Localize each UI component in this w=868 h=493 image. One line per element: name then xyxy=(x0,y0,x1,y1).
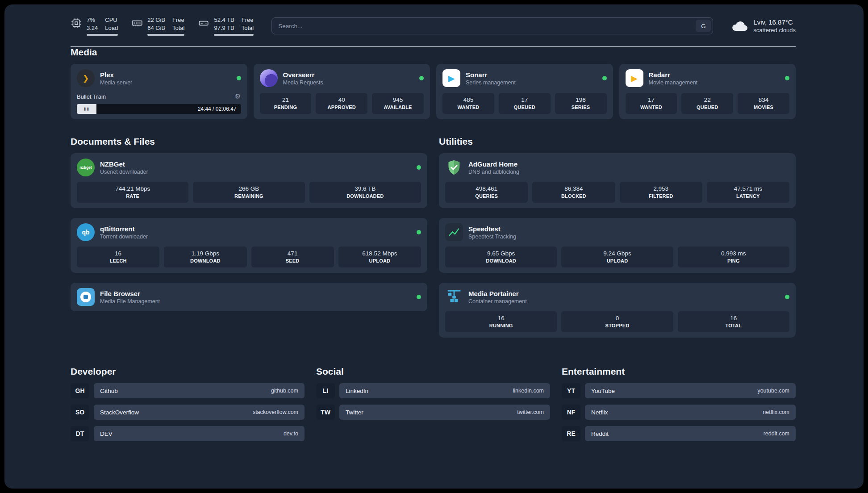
stat-wanted: 485 WANTED xyxy=(442,93,494,114)
stat-available: 945 AVAILABLE xyxy=(372,93,424,114)
stat-series: 196 SERIES xyxy=(555,93,607,114)
system-metrics: 7% 3.24 CPU Load xyxy=(71,16,254,36)
bookmark-twitter[interactable]: TW Twitter twitter.com xyxy=(316,405,550,420)
nzbget-glyph: nzbget xyxy=(79,165,92,170)
bookmark-github[interactable]: GH Github github.com xyxy=(71,383,305,398)
section-title-utilities: Utilities xyxy=(439,136,796,147)
app-subtitle: DNS and adblocking xyxy=(468,169,519,175)
stat-download: 1.19 Gbps DOWNLOAD xyxy=(164,246,246,267)
sonarr-icon: ▶ xyxy=(442,69,460,87)
bookmark-name: YouTube xyxy=(591,388,615,394)
cpu-load: 3.24 xyxy=(87,24,98,32)
bookmark-abbr: DT xyxy=(71,426,89,441)
app-card-plex[interactable]: ❯ Plex Media server Bullet Train ⚙ ❚❚ 24… xyxy=(71,64,247,119)
adguard-icon xyxy=(445,159,463,176)
cpu-label-2: Load xyxy=(105,24,118,32)
now-playing-title: Bullet Train xyxy=(77,93,106,100)
bookmark-linkedin[interactable]: LI LinkedIn linkedin.com xyxy=(316,383,550,398)
stat-latency: 47.571 ms LATENCY xyxy=(707,182,789,203)
app-subtitle: Series management xyxy=(466,79,516,86)
stat-running: 16 RUNNING xyxy=(445,311,557,332)
filebrowser-core xyxy=(83,295,88,299)
app-card-filebrowser[interactable]: File Browser Media File Management xyxy=(71,283,427,311)
section-title-entertainment: Entertainment xyxy=(562,366,796,377)
pause-icon[interactable]: ❚❚ xyxy=(83,107,90,111)
app-card-qbittorrent[interactable]: qb qBittorrent Torrent downloader 16 LEE… xyxy=(71,218,427,273)
app-subtitle: Media Requests xyxy=(283,79,323,86)
bookmark-stackoverflow[interactable]: SO StackOverflow stackoverflow.com xyxy=(71,405,305,420)
gear-icon[interactable]: ⚙ xyxy=(235,92,241,100)
section-title-social: Social xyxy=(316,366,550,377)
app-card-speedtest[interactable]: Speedtest Speedtest Tracking 9.65 Gbps D… xyxy=(439,218,796,273)
disk-usage-bar xyxy=(214,34,254,36)
bookmark-url: reddit.com xyxy=(764,430,789,437)
app-card-overseerr[interactable]: Overseerr Media Requests 21 PENDING 40 A… xyxy=(254,64,430,119)
weather-condition: scattered clouds xyxy=(753,27,796,33)
search-engine-button[interactable]: G xyxy=(696,20,711,32)
bookmark-abbr: GH xyxy=(71,383,89,398)
bookmark-url: stackoverflow.com xyxy=(253,409,298,415)
media-grid: ❯ Plex Media server Bullet Train ⚙ ❚❚ 24… xyxy=(71,64,796,119)
app-card-portainer[interactable]: Media Portainer Container management 16 … xyxy=(439,283,796,338)
status-dot xyxy=(237,76,241,80)
bookmark-youtube[interactable]: YT YouTube youtube.com xyxy=(562,383,796,398)
app-subtitle: Usenet downloader xyxy=(100,169,148,175)
stat-queued: 22 QUEUED xyxy=(681,93,733,114)
ram-label-2: Total xyxy=(172,24,184,32)
plex-chevron-glyph: ❯ xyxy=(83,74,89,83)
playback-progress-bar[interactable]: ❚❚ 24:44 / 02:06:47 xyxy=(77,104,241,114)
bookmark-name: StackOverflow xyxy=(100,409,139,416)
overseerr-icon xyxy=(260,69,278,87)
disk-label-1: Free xyxy=(242,16,254,24)
app-card-radarr[interactable]: ▶ Radarr Movie management 17 WANTED 22 Q… xyxy=(619,64,796,119)
speedtest-icon xyxy=(445,223,463,241)
bookmark-abbr: NF xyxy=(562,405,580,420)
search-input[interactable] xyxy=(271,17,713,34)
cpu-percent: 7% xyxy=(87,16,98,24)
storage-metric: 52.4 TB 97.9 TB Free Total xyxy=(198,16,254,36)
app-subtitle: Media server xyxy=(100,79,132,86)
ram-icon xyxy=(131,17,143,29)
bookmark-dev[interactable]: DT DEV dev.to xyxy=(71,426,305,441)
app-name: Speedtest xyxy=(468,225,516,233)
filebrowser-icon xyxy=(77,288,95,306)
app-subtitle: Container management xyxy=(468,298,527,305)
app-subtitle: Movie management xyxy=(649,79,698,86)
cloud-icon xyxy=(731,19,748,33)
portainer-icon xyxy=(445,288,463,306)
app-card-sonarr[interactable]: ▶ Sonarr Series management 485 WANTED 17… xyxy=(436,64,613,119)
weather-location: Lviv, 16.87°C xyxy=(753,18,796,26)
app-card-nzbget[interactable]: nzbget NZBGet Usenet downloader 744.21 M… xyxy=(71,153,427,208)
plex-icon: ❯ xyxy=(77,69,95,87)
app-name: Overseerr xyxy=(283,71,323,79)
cpu-usage-bar xyxy=(87,34,118,36)
status-dot xyxy=(602,76,607,80)
bookmark-reddit[interactable]: RE Reddit reddit.com xyxy=(562,426,796,441)
bookmark-netflix[interactable]: NF Netflix netflix.com xyxy=(562,405,796,420)
stat-movies: 834 MOVIES xyxy=(738,93,789,114)
stat-upload: 618.52 Mbps UPLOAD xyxy=(338,246,421,267)
bookmarks-entertainment: Entertainment YT YouTube youtube.com NF … xyxy=(562,366,796,447)
disk-free: 52.4 TB xyxy=(214,16,234,24)
stat-pending: 21 PENDING xyxy=(260,93,312,114)
cpu-icon xyxy=(71,17,82,29)
stat-downloaded: 39.6 TB DOWNLOADED xyxy=(309,182,421,203)
stat-approved: 40 APPROVED xyxy=(316,93,367,114)
app-name: Plex xyxy=(100,71,132,79)
memory-metric: 22 GiB 64 GiB Free Total xyxy=(131,16,184,36)
bookmark-url: youtube.com xyxy=(757,388,789,394)
app-name: qBittorrent xyxy=(100,225,148,233)
disk-label-2: Total xyxy=(242,24,254,32)
stat-rate: 744.21 Mbps RATE xyxy=(77,182,188,203)
radarr-play-glyph: ▶ xyxy=(631,73,638,84)
app-name: Media Portainer xyxy=(468,290,527,297)
cpu-metric: 7% 3.24 CPU Load xyxy=(71,16,118,36)
stat-ping: 0.993 ms PING xyxy=(678,246,789,267)
app-card-adguard[interactable]: AdGuard Home DNS and adblocking 498,461 … xyxy=(439,153,796,208)
bookmark-name: LinkedIn xyxy=(346,388,368,394)
bookmark-url: github.com xyxy=(271,388,298,394)
stat-wanted: 17 WANTED xyxy=(626,93,677,114)
app-name: Radarr xyxy=(649,71,698,79)
bookmark-name: Netflix xyxy=(591,409,608,416)
bookmark-url: linkedin.com xyxy=(513,388,544,394)
